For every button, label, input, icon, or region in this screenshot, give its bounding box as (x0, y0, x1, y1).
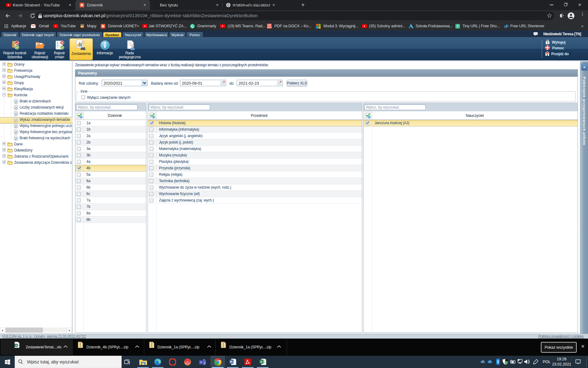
svg-text:i: i (81, 116, 81, 119)
svg-text:i: i (369, 116, 370, 119)
svg-text:PDF: PDF (268, 24, 271, 26)
svg-text:i: i (153, 116, 154, 119)
svg-text:T: T (200, 361, 202, 364)
svg-text:T: T (457, 25, 459, 28)
svg-text:DOCX: DOCX (267, 26, 272, 28)
